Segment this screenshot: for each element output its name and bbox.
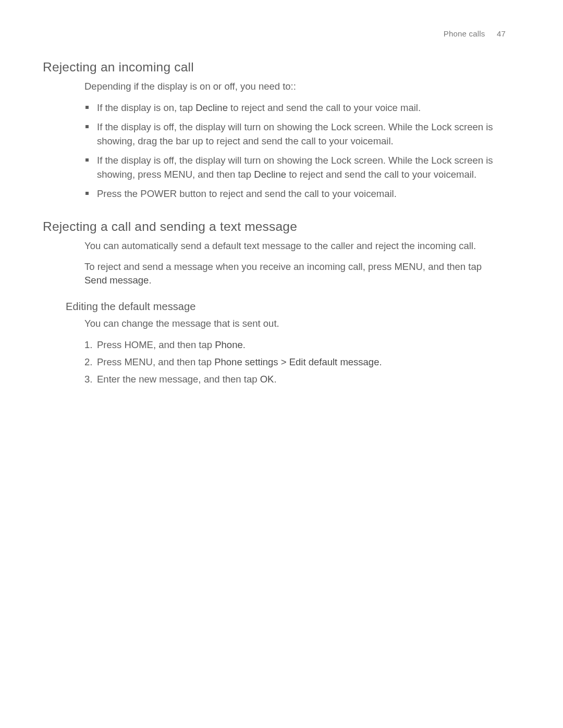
section-heading-rejecting-call: Rejecting an incoming call [43, 60, 506, 75]
decline-label: Decline [254, 169, 286, 180]
bullet-item: If the display is off, the display will … [84, 120, 506, 148]
page-number: 47 [497, 29, 506, 38]
section2-p2: To reject and send a message when you re… [84, 260, 506, 287]
page-header: Phone calls 47 [43, 29, 506, 38]
phone-settings-label: Phone settings > Edit default message [214, 356, 379, 367]
phone-label: Phone [215, 339, 243, 350]
section3-steps: Press HOME, and then tap Phone. Press ME… [84, 338, 506, 386]
bullet-item: Press the POWER button to reject and sen… [84, 187, 506, 201]
ok-label: OK [260, 374, 274, 385]
step-item: Press HOME, and then tap Phone. [84, 338, 506, 352]
send-message-label: Send message [84, 275, 149, 286]
step-item: Press MENU, and then tap Phone settings … [84, 355, 506, 369]
subsection-heading-edit-default: Editing the default message [66, 301, 506, 313]
section3-body: You can change the message that is sent … [84, 317, 506, 386]
section1-body: Depending if the display is on or off, y… [84, 80, 506, 201]
document-page: Phone calls 47 Rejecting an incoming cal… [0, 0, 563, 728]
section-heading-reject-text: Rejecting a call and sending a text mess… [43, 219, 506, 234]
decline-label: Decline [195, 102, 228, 113]
section2-p1: You can automatically send a default tex… [84, 239, 506, 253]
section3-p: You can change the message that is sent … [84, 317, 506, 330]
section1-intro: Depending if the display is on or off, y… [84, 80, 506, 93]
step-item: Enter the new message, and then tap OK. [84, 372, 506, 386]
section2-body: You can automatically send a default tex… [84, 239, 506, 287]
section1-bullets: If the display is on, tap Decline to rej… [84, 101, 506, 201]
bullet-item: If the display is on, tap Decline to rej… [84, 101, 506, 115]
chapter-title: Phone calls [444, 29, 485, 38]
bullet-item: If the display is off, the display will … [84, 153, 506, 181]
